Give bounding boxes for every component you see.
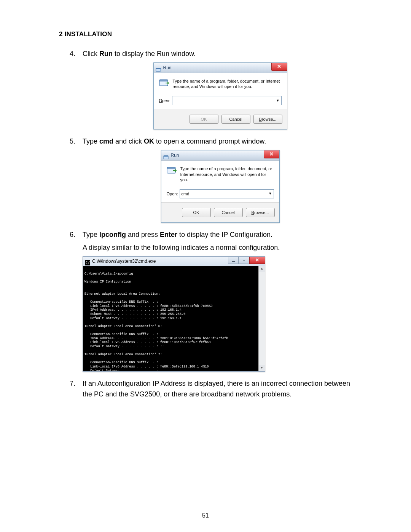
ok-button[interactable]: OK xyxy=(190,115,218,124)
step-number: 6. xyxy=(70,230,75,240)
step-subtext: A display similar to the following indic… xyxy=(83,243,358,253)
run-titlebar: Run ✕ xyxy=(154,63,287,73)
run-title: Run xyxy=(171,152,179,159)
svg-rect-5 xyxy=(163,156,168,157)
step-text: Type ipconfig and press Enter to display… xyxy=(83,231,272,238)
ok-button[interactable]: OK xyxy=(182,208,211,217)
step-7: 7. If an Autoconfiguration IP Address is… xyxy=(59,379,358,400)
open-label: Open: xyxy=(167,191,180,197)
run-description: Type the name of a program, folder, docu… xyxy=(180,166,274,182)
run-action-icon xyxy=(167,166,177,174)
section-heading: 2 INSTALLATION xyxy=(59,30,358,38)
run-window-2: Run ✕ Type the name of a program, folder… xyxy=(161,150,280,223)
dropdown-arrow-icon[interactable]: ▼ xyxy=(269,191,272,197)
close-button[interactable]: ✕ xyxy=(249,257,265,264)
run-title: Run xyxy=(163,64,172,72)
close-button[interactable]: ✕ xyxy=(264,150,279,158)
run-action-icon xyxy=(159,78,170,87)
browse-button[interactable]: Browse... xyxy=(253,115,282,124)
step-number: 4. xyxy=(70,49,75,59)
cmd-output: C:\Users\Vista_1>ipconfig Windows IP Con… xyxy=(83,266,265,371)
scroll-up-icon[interactable]: ▲ xyxy=(259,266,265,272)
svg-rect-3 xyxy=(159,80,168,81)
run-app-icon xyxy=(156,65,161,70)
run-description: Type the name of a program, folder, docu… xyxy=(173,78,282,89)
cmd-title-path: C:\Windows\system32\cmd.exe xyxy=(92,258,156,265)
minimize-button[interactable] xyxy=(228,257,239,264)
cmd-scrollbar[interactable]: ▲ ▼ xyxy=(258,266,265,371)
close-button[interactable]: ✕ xyxy=(271,63,287,71)
step-text: Click Run to display the Run window. xyxy=(83,50,196,58)
cmd-window: C:\ C:\Windows\system32\cmd.exe ▫ ✕ C:\U… xyxy=(83,256,265,372)
svg-text:C:\: C:\ xyxy=(86,261,90,265)
step-5: 5. Type cmd and click OK to open a comma… xyxy=(59,136,358,223)
page-number: 51 xyxy=(0,512,411,519)
maximize-button[interactable]: ▫ xyxy=(239,257,249,264)
browse-button[interactable]: Browse... xyxy=(246,208,275,217)
step-4: 4. Click Run to display the Run window. … xyxy=(59,49,358,129)
step-6: 6. Type ipconfig and press Enter to disp… xyxy=(59,230,358,372)
run-window-1: Run ✕ Type the name of a program, folder… xyxy=(153,62,287,130)
svg-rect-1 xyxy=(156,68,160,69)
open-input[interactable]: cmd ▼ xyxy=(180,189,274,198)
open-label: Open: xyxy=(159,97,172,104)
run-app-icon xyxy=(163,153,169,158)
cancel-button[interactable]: Cancel xyxy=(214,208,243,217)
dropdown-arrow-icon[interactable]: ▼ xyxy=(276,98,280,104)
run-titlebar: Run ✕ xyxy=(161,150,279,161)
scroll-down-icon[interactable]: ▼ xyxy=(259,365,265,371)
step-number: 7. xyxy=(70,379,75,389)
cmd-titlebar: C:\ C:\Windows\system32\cmd.exe ▫ ✕ xyxy=(83,257,265,266)
step-text: If an Autoconfiguration IP Address is di… xyxy=(83,380,350,398)
cancel-button[interactable]: Cancel xyxy=(221,115,250,124)
step-text: Type cmd and click OK to open a command … xyxy=(83,137,266,145)
step-number: 5. xyxy=(70,136,75,147)
open-input[interactable]: ▼ xyxy=(172,96,282,105)
svg-rect-7 xyxy=(167,167,175,169)
